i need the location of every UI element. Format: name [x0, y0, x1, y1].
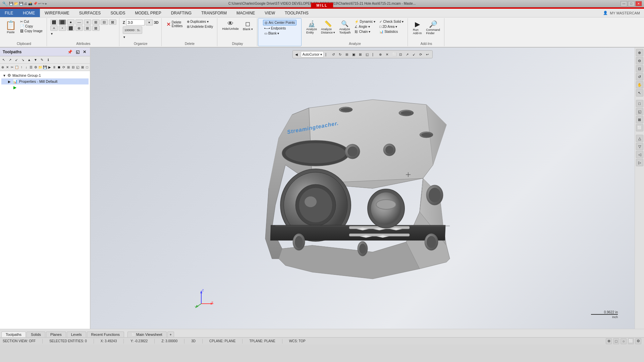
maximize-button[interactable]: □ — [628, 1, 635, 6]
menu-machine[interactable]: MACHINE — [232, 9, 260, 17]
tab-recent-functions[interactable]: Recent Functions — [87, 331, 124, 337]
pt-select-all[interactable]: ↖ — [1, 57, 7, 63]
tab-main-viewsheet[interactable]: ⬜Main Viewsheet — [127, 331, 166, 337]
hide-unhide-button[interactable]: 👁 Hide/Unhide — [221, 19, 240, 31]
menu-wireframe[interactable]: WIREFRAME — [40, 9, 74, 17]
rs-5[interactable]: △ — [636, 135, 643, 142]
vt-zoom-in[interactable]: ⊕ — [378, 51, 384, 57]
tree-properties[interactable]: ▶ 📊 Properties - Mill Default — [1, 78, 89, 84]
run-addin-button[interactable]: ▶ RunAdd-In — [411, 19, 423, 36]
title-bar-controls[interactable]: — □ ✕ — [621, 1, 642, 6]
tab-toolpaths[interactable]: Toolpaths — [1, 331, 26, 337]
copy-button[interactable]: 📄 Copy — [19, 24, 44, 28]
menu-model-prep[interactable]: MODEL PREP — [130, 9, 166, 17]
pt2-settings[interactable]: ⚙ — [34, 64, 38, 70]
rs-fit[interactable]: ⊡ — [636, 65, 643, 72]
vt-back2[interactable]: ↩ — [425, 51, 431, 57]
command-finder-button[interactable]: 🔎 CommandFinder — [425, 19, 441, 36]
pt-down[interactable]: ▼ — [33, 57, 39, 63]
attr-btn-6[interactable]: ⊠ — [92, 25, 100, 31]
pt-edit[interactable]: ✎ — [39, 57, 45, 63]
panel-float-button[interactable]: ◱ — [75, 49, 80, 55]
statistics-button[interactable]: 📊 Statistics — [378, 29, 405, 34]
rs-8[interactable]: ▷ — [636, 159, 643, 166]
rs-3[interactable]: ⊠ — [636, 116, 643, 123]
rs-rotate[interactable]: ↺ — [636, 73, 643, 80]
vt-close-btn[interactable]: ✕ — [385, 51, 391, 57]
rs-4[interactable]: ⬜ — [636, 124, 643, 131]
color-btn-1[interactable]: ⬛ — [50, 19, 58, 25]
duplicates-button[interactable]: ⊕ Duplicates ▾ — [185, 19, 215, 24]
pt-info[interactable]: ℹ — [45, 57, 51, 63]
tree-machine-group[interactable]: ▼ ⚙ Machine Group-1 — [1, 72, 89, 78]
z-dropdown[interactable]: ▼ — [146, 19, 153, 25]
blank2-button[interactable]: ▭ Blank ▾ — [263, 31, 281, 36]
analyze-entity-button[interactable]: 🔬 AnalyzeEntity — [305, 19, 318, 35]
attr-btn-3[interactable]: ⬛ — [67, 25, 74, 31]
menu-toolpaths[interactable]: TOOLPATHS — [280, 9, 314, 17]
vt-redo-btn[interactable]: ↻ — [338, 51, 344, 57]
vt-autocursor-dropdown[interactable]: AutoCursor ▾ — [301, 51, 324, 57]
tab-add-button[interactable]: + — [167, 331, 174, 337]
tab-levels[interactable]: Levels — [67, 331, 86, 337]
vt-back[interactable]: ◀ — [294, 51, 300, 57]
status-icon-4[interactable]: ⬜ — [628, 338, 634, 344]
color-btn-4[interactable]: — — [75, 19, 83, 25]
vt-grid-btn[interactable]: ⊞ — [344, 51, 351, 57]
viewport[interactable]: ◀ AutoCursor ▾ | ↺ ↻ ⊞ ▣ ⊠ ◱ | ⊕ ✕ ⬜ ⊡ ↗… — [91, 48, 635, 329]
pt2-uncheck[interactable]: □ — [85, 64, 89, 70]
color-btn-7[interactable]: ⊟ — [101, 19, 108, 25]
pt2-stop[interactable]: ⏹ — [57, 64, 61, 70]
pt2-collapse[interactable]: ⊟ — [71, 64, 75, 70]
pt2-play[interactable]: ▶ — [48, 64, 52, 70]
rs-pan[interactable]: ✋ — [636, 81, 643, 88]
tab-planes[interactable]: Planes — [46, 331, 66, 337]
menu-solids[interactable]: SOLIDS — [106, 9, 130, 17]
z-input[interactable] — [126, 19, 145, 25]
pt2-pause[interactable]: ⏸ — [52, 64, 56, 70]
pt2-movedown[interactable]: ↓ — [24, 64, 29, 70]
vt-check-btn[interactable]: ⊠ — [358, 51, 364, 57]
layer-btn[interactable]: 100000 : S↓ — [123, 26, 142, 34]
pt-filter[interactable]: ↙ — [13, 57, 19, 63]
dynamic-button[interactable]: ⚡ Dynamic ▾ — [353, 19, 377, 24]
rs-1[interactable]: □ — [636, 100, 643, 107]
2d-area-button[interactable]: □ 2D Area ▾ — [378, 24, 405, 29]
undelete-button[interactable]: ⊞ Undelete Entity — [185, 24, 215, 29]
tree-run-item[interactable]: ▶ — [1, 84, 89, 90]
color-btn-5[interactable]: ≡ — [84, 19, 91, 25]
color-btn-8[interactable]: ⊠ — [109, 19, 116, 25]
pt2-open[interactable]: 📁 — [38, 64, 43, 70]
pt2-expand[interactable]: ⊞ — [66, 64, 70, 70]
menu-drafting[interactable]: DRAFTING — [166, 9, 197, 17]
attr-btn-1[interactable]: A — [50, 25, 58, 31]
pt2-check[interactable]: ⊠ — [80, 64, 85, 70]
color-btn-6[interactable]: ⊞ — [92, 19, 100, 25]
menu-surfaces[interactable]: SURFACES — [74, 9, 106, 17]
attr-btn-5[interactable]: ⊞ — [84, 25, 91, 31]
pt2-copy[interactable]: 📋 — [15, 64, 19, 70]
vt-undo-btn[interactable]: ↺ — [331, 51, 337, 57]
rs-2[interactable]: ◱ — [636, 108, 643, 115]
pt2-moveup[interactable]: ↑ — [19, 64, 24, 70]
vt-frame-btn[interactable]: ⬜ — [391, 51, 397, 57]
copy-image-button[interactable]: 🖼 Copy Image — [19, 29, 44, 33]
menu-file[interactable]: FILE — [0, 9, 18, 17]
status-icon-2[interactable]: □ — [613, 338, 619, 344]
analyze-distance-button[interactable]: 📏 AnalyzeDistance ▾ — [320, 19, 337, 35]
angle-button[interactable]: ∠ Angle ▾ — [353, 24, 377, 29]
menu-home[interactable]: HOME — [18, 9, 40, 17]
pt2-list[interactable]: ☰ — [29, 64, 33, 70]
cut-button[interactable]: ✂ Cut — [19, 19, 44, 24]
vt-arrow1[interactable]: ↗ — [405, 51, 411, 57]
delete-entities-button[interactable]: ✕ DeleteEntities — [165, 20, 184, 28]
vt-restore-btn[interactable]: ◱ — [365, 51, 371, 57]
blank-button[interactable]: ◻ Blank ▾ — [241, 19, 254, 32]
pt2-refresh[interactable]: ⟳ — [61, 64, 66, 70]
tab-solids[interactable]: Solids — [26, 331, 45, 337]
arc-center-points-button[interactable]: ◎ Arc Center Points — [263, 20, 297, 25]
pt-properties[interactable]: ↘ — [20, 57, 26, 63]
rs-6[interactable]: ▽ — [636, 143, 643, 150]
attr-btn-4[interactable]: ⊕ — [75, 25, 83, 31]
endpoints-button[interactable]: •—• Endpoints — [263, 26, 287, 31]
